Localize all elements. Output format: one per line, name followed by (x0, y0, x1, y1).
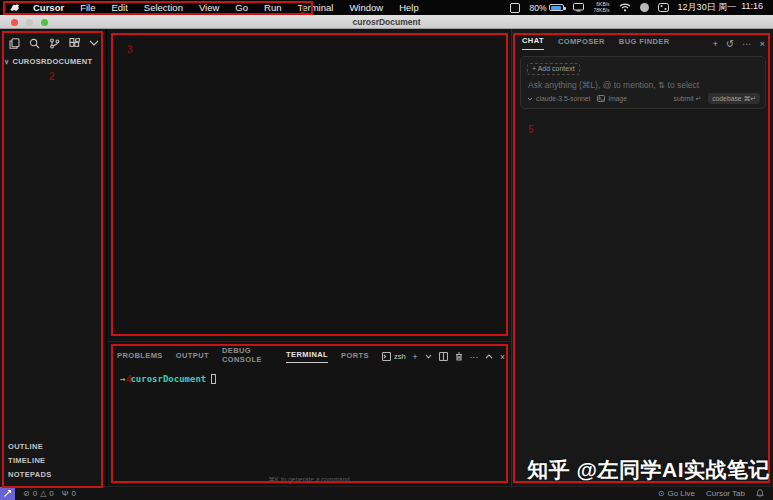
close-panel-icon[interactable]: × (500, 352, 505, 362)
explorer-files-icon[interactable] (8, 37, 20, 49)
chat-actions: + ↺ ⋯ × (712, 38, 765, 49)
tab-bug-finder[interactable]: BUG FINDER (619, 37, 670, 50)
submit-button[interactable]: submit ↵ (674, 95, 702, 103)
terminal-prompt-line[interactable]: → curosrDocument (120, 374, 511, 384)
new-terminal-icon[interactable]: + (413, 352, 418, 362)
panel-more-icon[interactable]: ⋯ (470, 352, 479, 362)
chevron-down-icon[interactable] (88, 37, 100, 49)
tab-debug-console[interactable]: DEBUG CONSOLE (222, 346, 273, 367)
broadcast-icon: ⊙ (658, 489, 665, 498)
menu-date[interactable]: 12月30日 周一 (678, 1, 737, 14)
source-control-icon[interactable] (48, 37, 60, 49)
display-icon[interactable] (573, 3, 584, 12)
remote-icon (3, 489, 12, 498)
battery-percent: 80% (529, 3, 546, 13)
menu-time[interactable]: 11:16 (741, 1, 763, 14)
panel-tab-bar: PROBLEMS OUTPUT DEBUG CONSOLE TERMINAL P… (107, 342, 511, 367)
menu-status-area: 80% 6KB/s 78KB/s 12月30日 周一 11:16 (510, 1, 773, 14)
terminal-icon (382, 352, 391, 361)
split-terminal-icon[interactable] (439, 352, 448, 361)
cursor-tab-button[interactable]: Cursor Tab (706, 489, 745, 498)
problems-indicator[interactable]: ⊘ 0 △ 0 (23, 489, 54, 498)
explorer-sidebar: ∨ CUROSRDOCUMENT OUTLINE TIMELINE NOTEPA… (0, 29, 107, 486)
sidebar-toolbar (0, 29, 106, 49)
tab-composer[interactable]: COMPOSER (558, 37, 605, 50)
tab-problems[interactable]: PROBLEMS (117, 351, 163, 363)
model-name: claude-3.5-sonnet (536, 95, 590, 102)
close-chat-icon[interactable]: × (759, 38, 765, 49)
kill-terminal-icon[interactable] (455, 352, 463, 361)
window-title-bar: curosrDocument (0, 15, 773, 29)
menu-run[interactable]: Run (256, 2, 289, 13)
chat-input-box[interactable]: + Add context Ask anything (⌘L), @ to me… (520, 56, 766, 109)
ports-icon: Ψ (62, 489, 69, 498)
ports-count: 0 (71, 489, 75, 498)
model-dropdown-icon (527, 97, 533, 101)
extensions-icon[interactable] (68, 37, 80, 49)
model-selector[interactable]: claude-3.5-sonnet (527, 95, 590, 102)
warnings-icon: △ (40, 489, 46, 498)
remote-indicator-button[interactable] (0, 487, 15, 500)
bottom-panel: PROBLEMS OUTPUT DEBUG CONSOLE TERMINAL P… (107, 341, 511, 486)
sidebar-item-notepads[interactable]: NOTEPADS (0, 467, 106, 481)
image-icon (597, 95, 605, 102)
terminal-cursor (211, 374, 216, 384)
go-live-button[interactable]: ⊙ Go Live (658, 489, 695, 498)
battery-icon (549, 4, 564, 11)
browser-status-icon[interactable] (640, 3, 649, 12)
add-context-button[interactable]: + Add context (527, 63, 580, 75)
watermark-text: 知乎 @左同学AI实战笔记 (527, 456, 770, 484)
explorer-root-folder[interactable]: ∨ CUROSRDOCUMENT (4, 57, 106, 66)
status-bar-right: ⊙ Go Live Cursor Tab (658, 489, 773, 498)
attach-image-button[interactable]: image (597, 95, 627, 102)
search-icon[interactable] (28, 37, 40, 49)
explorer-root-label: CUROSRDOCUMENT (12, 57, 92, 66)
net-down: 78KB/s (593, 8, 609, 14)
errors-icon: ⊘ (23, 489, 30, 498)
warnings-count: 0 (49, 489, 53, 498)
macos-menu-bar: Cursor File Edit Selection View Go Run T… (0, 0, 773, 15)
terminal-cwd: curosrDocument (130, 374, 206, 384)
tab-output[interactable]: OUTPUT (176, 351, 209, 363)
menu-go[interactable]: Go (227, 2, 256, 13)
tab-terminal[interactable]: TERMINAL (286, 350, 328, 363)
prompt-arrow-icon: → (120, 374, 125, 384)
sidebar-item-timeline[interactable]: TIMELINE (0, 453, 106, 467)
shell-selector[interactable]: zsh (382, 352, 406, 361)
tab-ports[interactable]: PORTS (341, 351, 369, 363)
menu-edit[interactable]: Edit (103, 2, 135, 13)
sidebar-item-outline[interactable]: OUTLINE (0, 439, 106, 453)
chat-history-icon[interactable]: ↺ (726, 38, 734, 49)
network-speed-indicator[interactable]: 6KB/s 78KB/s (593, 2, 609, 13)
chat-input-placeholder[interactable]: Ask anything (⌘L), @ to mention, ⇅ to se… (528, 80, 765, 90)
notifications-bell-icon[interactable] (756, 489, 764, 498)
terminal-ai-hint: ⌘K to generate a command (107, 476, 511, 484)
go-live-label: Go Live (667, 489, 695, 498)
status-bar: ⊘ 0 △ 0 Ψ 0 ⊙ Go Live Cursor Tab (0, 486, 773, 500)
control-center-icon[interactable] (658, 3, 669, 12)
menu-file[interactable]: File (72, 2, 103, 13)
chevron-expand-icon: ∨ (4, 58, 9, 66)
editor-area[interactable] (107, 29, 511, 341)
shell-label: zsh (394, 352, 406, 361)
ports-indicator[interactable]: Ψ 0 (62, 489, 76, 498)
menu-terminal[interactable]: Terminal (289, 2, 341, 13)
chat-more-icon[interactable]: ⋯ (742, 38, 752, 49)
menu-selection[interactable]: Selection (136, 2, 191, 13)
menu-view[interactable]: View (191, 2, 227, 13)
ai-chat-panel: CHAT COMPOSER BUG FINDER + ↺ ⋯ × + Add c… (511, 29, 773, 486)
tab-chat[interactable]: CHAT (522, 36, 544, 50)
chat-tab-bar: CHAT COMPOSER BUG FINDER + ↺ ⋯ × (512, 29, 773, 50)
apple-logo-icon[interactable] (10, 2, 19, 13)
menu-window[interactable]: Window (341, 2, 391, 13)
terminal-dropdown-icon[interactable] (425, 354, 432, 359)
menu-help[interactable]: Help (391, 2, 427, 13)
menu-app-name[interactable]: Cursor (25, 2, 72, 13)
new-chat-icon[interactable]: + (712, 38, 718, 49)
wifi-icon[interactable] (619, 3, 631, 12)
battery-indicator[interactable]: 80% (529, 3, 564, 13)
codebase-button[interactable]: codebase ⌘↵ (708, 93, 760, 104)
maximize-panel-icon[interactable] (485, 354, 493, 359)
input-source-icon[interactable] (510, 3, 520, 13)
sidebar-bottom-sections: OUTLINE TIMELINE NOTEPADS (0, 439, 106, 481)
